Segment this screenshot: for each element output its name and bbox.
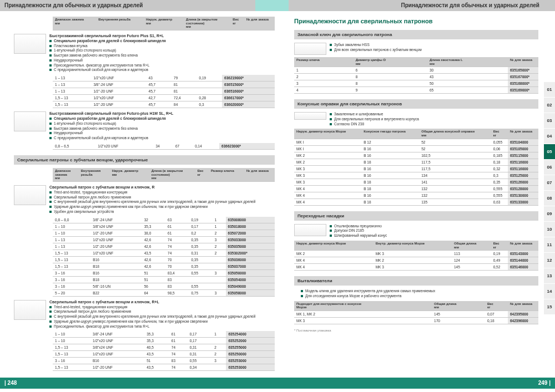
spec-table-s2: Наруж. диаметр конуса МорзеКонусное гнез…: [294, 129, 538, 205]
spec-header-2: ДиапазонзажимаммВнутренняярезьбаНаруж. д…: [53, 168, 275, 182]
feature-list: Специально разработан для дрелей с блоки…: [49, 39, 275, 73]
product-image: [294, 43, 326, 55]
tab-01[interactable]: 01: [544, 82, 555, 98]
header-left: Принадлежности для обычных и ударных дре…: [0, 0, 255, 11]
feature-list: Зубья закалены HSSДля всех сверлильных п…: [330, 43, 538, 53]
section-heading-s2: Конусные оправки для сверлильных патроно…: [294, 99, 538, 109]
tab-05[interactable]: 05: [544, 144, 555, 160]
section-heading-s4: Выталкиватели: [294, 276, 538, 286]
spec-table-p1: 1 – 131/2"x20 UNF43790,19636219000*1 – 1…: [53, 75, 275, 108]
tab-03[interactable]: 03: [544, 113, 555, 129]
feature-list: Закаленные и шлифованныеДля сверлильных …: [330, 112, 538, 126]
section-tabs: 010203040506070809101112131415: [544, 82, 555, 315]
product-block-p2: Быстрозажимной сверлильный патрон Futuro…: [14, 111, 275, 141]
product-image: [294, 112, 326, 120]
tab-04[interactable]: 04: [544, 129, 555, 144]
tab-02[interactable]: 02: [544, 98, 555, 113]
tab-12[interactable]: 12: [544, 253, 555, 268]
page-right: Принадлежности для сверлильных патронов …: [294, 12, 555, 332]
page-number-right: 249 |: [278, 378, 555, 389]
page-left: Диапазон зажимаммВнутренняя резьбаНаруж.…: [14, 12, 275, 371]
spec-table-s4: Подходит для инструментов с конусомМорзе…: [294, 301, 538, 324]
feature-list: Модель клина для удаления инструмента дл…: [294, 289, 538, 299]
product-image: [14, 34, 46, 54]
spec-table-p3: 0,8 – 8,03/8"-24 UNF32630,1916350080001 …: [53, 217, 275, 297]
spec-table-p2: 0,8 – 6,51/2"x20 UNF34670,14636623000*: [53, 143, 275, 150]
section-heading-s1: Запасной ключ для сверлильного патрона: [294, 30, 538, 39]
section-heading: Сверлильные патроны с зубчатым венцом, у…: [14, 155, 275, 165]
product-title: Сверлильный патрон с зубчатым венцом и к…: [49, 185, 275, 189]
product-block-p3: Сверлильный патрон с зубчатым венцом и к…: [14, 185, 275, 215]
footnote: * Поставочная упаковка: [294, 329, 538, 332]
tab-14[interactable]: 14: [544, 284, 555, 299]
spec-header-1: Диапазон зажимаммВнутренняя резьбаНаруж.…: [53, 17, 275, 30]
product-image: [14, 300, 46, 320]
tab-08[interactable]: 08: [544, 191, 555, 206]
product-title: Быстрозажимной сверлильный патрон Futuro…: [49, 111, 275, 115]
tab-15[interactable]: 15: [544, 299, 555, 315]
product-image: [294, 224, 326, 236]
tab-13[interactable]: 13: [544, 268, 555, 284]
feature-list: Tried-and-tested, традиционная конструкц…: [49, 305, 275, 329]
product-image: [14, 185, 46, 205]
page-title: Принадлежности для сверлильных патронов: [294, 18, 538, 24]
product-title: Сверлильный патрон с зубчатым венцом и к…: [49, 300, 275, 304]
tab-11[interactable]: 11: [544, 237, 555, 253]
tab-09[interactable]: 09: [544, 206, 555, 222]
feature-list: Отшлифованы прецизионноДопуски DIN 2185Ш…: [330, 224, 538, 238]
header-accent: [255, 0, 289, 11]
tab-06[interactable]: 06: [544, 160, 555, 175]
spec-table-s3: Наруж. диаметр конуса МорзеВнутр. диамет…: [294, 241, 538, 271]
feature-list: Специально разработан для дрелей с блоки…: [49, 116, 275, 141]
spec-table-s1: Размер ключаДиаметр цапфы DммДлина хвост…: [294, 57, 538, 94]
product-block-p4: Сверлильный патрон с зубчатым венцом и к…: [14, 300, 275, 329]
product-title: Быстрозажимной сверлильный патрон Futuro…: [49, 34, 275, 38]
product-block-p1: Быстрозажимной сверлильный патрон Futuro…: [14, 34, 275, 73]
header-strip: Принадлежности для обычных и ударных дре…: [0, 0, 555, 11]
header-right: Принадлежности для обычных и ударных дре…: [289, 0, 555, 11]
tab-07[interactable]: 07: [544, 175, 555, 191]
product-image: [14, 111, 46, 131]
feature-list: Tried-and-tested, традиционная конструкц…: [49, 190, 275, 215]
page-number-left: | 248: [0, 378, 278, 389]
section-heading-s3: Переходные насадки: [294, 211, 538, 221]
tab-10[interactable]: 10: [544, 222, 555, 237]
spec-table-p4: 1 – 103/8"-24 UNF35,3610,1716352540001 –…: [53, 331, 275, 371]
